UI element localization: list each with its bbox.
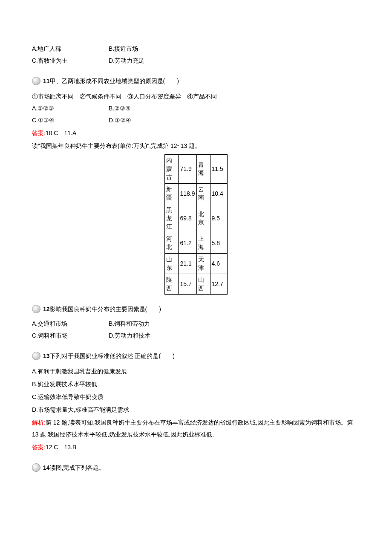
q13-text: 下列对于我国奶业标准低的叙述,正确的是( ) [50, 350, 175, 362]
analysis-label: 解析: [32, 419, 46, 426]
q12-b: B.饲料和劳动力 [109, 318, 150, 330]
cell-region: 山西 [196, 274, 210, 295]
question-11: 11 甲、乙两地形成不同农业地域类型的原因是( ) [32, 75, 360, 87]
cell-region: 上海 [196, 233, 210, 253]
cell-value: 118.9 [179, 183, 196, 204]
q12-text: 影响我国良种奶牛分布的主要因素是( ) [50, 303, 161, 315]
q13-a: A.有利于刺激我国乳畜业的健康发展 [32, 365, 360, 377]
table-row: 内蒙古 71.9 青海 11.5 [165, 155, 227, 184]
q11-row-cd: C.①③④ D.①②④ [32, 114, 360, 126]
bullet-icon [32, 463, 40, 472]
option-d: D.劳动力充足 [109, 55, 144, 66]
cell-value: 71.9 [179, 155, 196, 184]
q12-c: C.饲料和市场 [32, 330, 109, 341]
question-12: 12 影响我国良种奶牛分布的主要因素是( ) [32, 303, 360, 315]
cell-value: 4.6 [210, 253, 227, 274]
q11-a: A.①②③ [32, 102, 109, 114]
q11-c: C.①③④ [32, 114, 109, 126]
table-row: 河北 61.2 上海 5.8 [165, 233, 227, 253]
question-14: 14 读图,完成下列各题。 [32, 462, 360, 474]
q12-d: D.劳动力和技术 [109, 330, 150, 341]
table-row: 山东 21.1 天津 4.6 [165, 253, 227, 274]
cell-region: 陕西 [165, 274, 179, 295]
q13-d: D.市场需求量大,标准高不能满足需求 [32, 404, 360, 416]
answer-text: 12.C 13.B [46, 444, 76, 451]
q12-number: 12 [43, 303, 50, 315]
table-row: 新疆 118.9 云南 10.4 [165, 183, 227, 204]
cell-region: 云南 [196, 183, 210, 204]
bullet-icon [32, 77, 40, 85]
top-options-row-ab: A.地广人稀 B.接近市场 [32, 43, 360, 55]
cell-region: 青海 [196, 155, 210, 184]
q13-c: C.运输效率低导致牛奶变质 [32, 391, 360, 403]
answer-label: 答案: [32, 444, 46, 451]
cell-region: 内蒙古 [165, 155, 179, 184]
q11-d: D.①②④ [109, 114, 131, 126]
answer-label: 答案: [32, 130, 46, 136]
cell-value: 12.7 [210, 274, 227, 295]
cell-region: 黑龙江 [165, 204, 179, 233]
table-intro: 读"我国某年良种奶牛主要分布表(单位:万头)",完成第 12~13 题。 [32, 140, 360, 152]
table-row: 陕西 15.7 山西 12.7 [165, 274, 227, 295]
option-a: A.地广人稀 [32, 43, 109, 55]
cell-region: 山东 [165, 253, 179, 274]
bullet-icon [32, 305, 40, 313]
option-b: B.接近市场 [109, 43, 138, 55]
cell-value: 61.2 [179, 233, 196, 253]
q12-row-ab: A.交通和市场 B.饲料和劳动力 [32, 318, 360, 330]
cell-region: 北京 [196, 204, 210, 233]
cell-region: 新疆 [165, 183, 179, 204]
cell-value: 21.1 [179, 253, 196, 274]
q13-number: 13 [43, 350, 50, 362]
q11-b: B.②③④ [109, 102, 131, 114]
q11-choices-line: ①市场距离不同 ②气候条件不同 ③人口分布密度差异 ④产品不同 [32, 90, 360, 102]
q14-text: 读图,完成下列各题。 [50, 462, 105, 474]
q12-a: A.交通和市场 [32, 318, 109, 330]
q13-b: B.奶业发展技术水平较低 [32, 378, 360, 390]
cell-value: 11.5 [210, 155, 227, 184]
cell-region: 河北 [165, 233, 179, 253]
answer-text: 10.C 11.A [46, 130, 76, 136]
top-options-row-cd: C.畜牧业为主 D.劳动力充足 [32, 55, 360, 66]
cell-value: 9.5 [210, 204, 227, 233]
question-13: 13 下列对于我国奶业标准低的叙述,正确的是( ) [32, 350, 360, 362]
cattle-table: 内蒙古 71.9 青海 11.5 新疆 118.9 云南 10.4 黑龙江 69… [164, 154, 227, 295]
q11-row-ab: A.①②③ B.②③④ [32, 102, 360, 114]
option-c: C.畜牧业为主 [32, 55, 109, 66]
q11-number: 11 [43, 75, 50, 87]
bullet-icon [32, 352, 40, 360]
cell-value: 5.8 [210, 233, 227, 253]
cell-value: 69.8 [179, 204, 196, 233]
table-row: 黑龙江 69.8 北京 9.5 [165, 204, 227, 233]
cell-value: 15.7 [179, 274, 196, 295]
answer-12-13: 答案:12.C 13.B [32, 441, 360, 453]
analysis-block: 解析:第 12 题,读表可知,我国良种奶牛主要分布在草场丰富或经济发达的省级行政… [32, 416, 360, 440]
q11-text: 甲、乙两地形成不同农业地域类型的原因是( ) [50, 75, 179, 87]
answer-10-11: 答案:10.C 11.A [32, 127, 360, 139]
q14-number: 14 [43, 462, 50, 474]
analysis-text: 第 12 题,读表可知,我国良种奶牛主要分布在草场丰富或经济发达的省级行政区域,… [32, 419, 353, 438]
cell-region: 天津 [196, 253, 210, 274]
q12-row-cd: C.饲料和市场 D.劳动力和技术 [32, 330, 360, 341]
cell-value: 10.4 [210, 183, 227, 204]
